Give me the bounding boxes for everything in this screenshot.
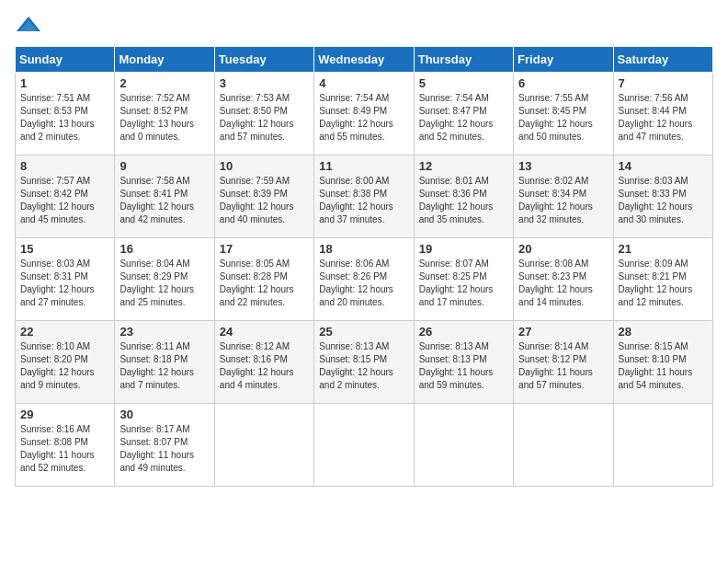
calendar-day-cell: 12Sunrise: 8:01 AM Sunset: 8:36 PM Dayli… xyxy=(414,155,513,238)
day-number: 22 xyxy=(20,325,109,339)
day-number: 24 xyxy=(220,325,309,339)
day-number: 13 xyxy=(518,159,608,173)
day-info: Sunrise: 8:17 AM Sunset: 8:07 PM Dayligh… xyxy=(119,423,209,475)
calendar-week-row: 15Sunrise: 8:03 AM Sunset: 8:31 PM Dayli… xyxy=(16,238,713,321)
calendar-day-cell: 6Sunrise: 7:55 AM Sunset: 8:45 PM Daylig… xyxy=(514,73,613,155)
day-number: 19 xyxy=(419,242,508,256)
calendar-day-cell xyxy=(214,404,313,487)
calendar-day-cell: 14Sunrise: 8:03 AM Sunset: 8:33 PM Dayli… xyxy=(613,155,712,238)
day-number: 11 xyxy=(319,159,408,173)
day-number: 29 xyxy=(20,408,109,421)
day-info: Sunrise: 7:58 AM Sunset: 8:41 PM Dayligh… xyxy=(119,175,209,226)
calendar-day-cell xyxy=(314,404,414,487)
calendar-week-row: 22Sunrise: 8:10 AM Sunset: 8:20 PM Dayli… xyxy=(16,321,713,404)
day-info: Sunrise: 8:14 AM Sunset: 8:12 PM Dayligh… xyxy=(518,340,608,392)
day-info: Sunrise: 8:07 AM Sunset: 8:25 PM Dayligh… xyxy=(419,258,508,309)
day-info: Sunrise: 8:09 AM Sunset: 8:21 PM Dayligh… xyxy=(619,258,708,309)
day-info: Sunrise: 8:04 AM Sunset: 8:29 PM Dayligh… xyxy=(119,258,209,309)
calendar-day-cell: 28Sunrise: 8:15 AM Sunset: 8:10 PM Dayli… xyxy=(613,321,712,404)
day-info: Sunrise: 7:53 AM Sunset: 8:50 PM Dayligh… xyxy=(220,92,309,144)
day-number: 15 xyxy=(20,242,109,256)
day-info: Sunrise: 7:56 AM Sunset: 8:44 PM Dayligh… xyxy=(619,92,708,144)
day-info: Sunrise: 8:13 AM Sunset: 8:13 PM Dayligh… xyxy=(419,340,508,392)
day-info: Sunrise: 8:00 AM Sunset: 8:38 PM Dayligh… xyxy=(319,175,408,226)
calendar-day-cell: 21Sunrise: 8:09 AM Sunset: 8:21 PM Dayli… xyxy=(613,238,712,321)
calendar-day-cell: 17Sunrise: 8:05 AM Sunset: 8:28 PM Dayli… xyxy=(214,238,313,321)
header xyxy=(15,15,713,37)
day-info: Sunrise: 7:54 AM Sunset: 8:49 PM Dayligh… xyxy=(319,92,408,144)
day-number: 12 xyxy=(419,159,508,173)
logo-icon xyxy=(15,15,42,37)
day-number: 17 xyxy=(220,242,309,256)
calendar-day-cell xyxy=(613,404,712,487)
col-wednesday: Wednesday xyxy=(314,47,414,73)
day-info: Sunrise: 8:16 AM Sunset: 8:08 PM Dayligh… xyxy=(20,423,109,475)
day-info: Sunrise: 8:12 AM Sunset: 8:16 PM Dayligh… xyxy=(220,340,309,392)
calendar-day-cell: 5Sunrise: 7:54 AM Sunset: 8:47 PM Daylig… xyxy=(414,73,513,155)
calendar-week-row: 1Sunrise: 7:51 AM Sunset: 8:53 PM Daylig… xyxy=(16,73,713,155)
day-number: 1 xyxy=(20,76,109,90)
day-number: 28 xyxy=(619,325,708,339)
col-friday: Friday xyxy=(514,47,613,73)
day-number: 6 xyxy=(518,76,608,90)
day-number: 10 xyxy=(220,159,309,173)
day-number: 7 xyxy=(619,76,708,90)
day-info: Sunrise: 7:55 AM Sunset: 8:45 PM Dayligh… xyxy=(518,92,608,144)
day-info: Sunrise: 8:10 AM Sunset: 8:20 PM Dayligh… xyxy=(20,340,109,392)
calendar-day-cell: 11Sunrise: 8:00 AM Sunset: 8:38 PM Dayli… xyxy=(314,155,414,238)
calendar-table: Sunday Monday Tuesday Wednesday Thursday… xyxy=(15,46,713,487)
calendar-day-cell xyxy=(514,404,613,487)
day-number: 9 xyxy=(119,159,209,173)
logo xyxy=(15,15,46,37)
calendar-day-cell: 3Sunrise: 7:53 AM Sunset: 8:50 PM Daylig… xyxy=(214,73,313,155)
calendar-day-cell: 20Sunrise: 8:08 AM Sunset: 8:23 PM Dayli… xyxy=(514,238,613,321)
day-number: 23 xyxy=(119,325,209,339)
calendar-week-row: 29Sunrise: 8:16 AM Sunset: 8:08 PM Dayli… xyxy=(16,404,713,487)
col-tuesday: Tuesday xyxy=(214,47,313,73)
day-info: Sunrise: 8:06 AM Sunset: 8:26 PM Dayligh… xyxy=(319,258,408,309)
calendar-day-cell: 22Sunrise: 8:10 AM Sunset: 8:20 PM Dayli… xyxy=(16,321,115,404)
calendar-day-cell: 23Sunrise: 8:11 AM Sunset: 8:18 PM Dayli… xyxy=(115,321,214,404)
day-info: Sunrise: 8:03 AM Sunset: 8:31 PM Dayligh… xyxy=(20,258,109,309)
calendar-day-cell: 27Sunrise: 8:14 AM Sunset: 8:12 PM Dayli… xyxy=(514,321,613,404)
col-saturday: Saturday xyxy=(613,47,712,73)
calendar-day-cell: 9Sunrise: 7:58 AM Sunset: 8:41 PM Daylig… xyxy=(115,155,214,238)
day-number: 20 xyxy=(518,242,608,256)
day-info: Sunrise: 8:15 AM Sunset: 8:10 PM Dayligh… xyxy=(619,340,708,392)
calendar-day-cell: 26Sunrise: 8:13 AM Sunset: 8:13 PM Dayli… xyxy=(414,321,513,404)
day-info: Sunrise: 7:51 AM Sunset: 8:53 PM Dayligh… xyxy=(20,92,109,144)
header-row: Sunday Monday Tuesday Wednesday Thursday… xyxy=(16,47,713,73)
day-number: 16 xyxy=(119,242,209,256)
day-number: 5 xyxy=(419,76,508,90)
day-info: Sunrise: 8:05 AM Sunset: 8:28 PM Dayligh… xyxy=(220,258,309,309)
day-info: Sunrise: 7:52 AM Sunset: 8:52 PM Dayligh… xyxy=(119,92,209,144)
calendar-day-cell: 18Sunrise: 8:06 AM Sunset: 8:26 PM Dayli… xyxy=(314,238,414,321)
calendar-week-row: 8Sunrise: 7:57 AM Sunset: 8:42 PM Daylig… xyxy=(16,155,713,238)
day-info: Sunrise: 8:13 AM Sunset: 8:15 PM Dayligh… xyxy=(319,340,408,392)
calendar-day-cell: 7Sunrise: 7:56 AM Sunset: 8:44 PM Daylig… xyxy=(613,73,712,155)
calendar-day-cell: 1Sunrise: 7:51 AM Sunset: 8:53 PM Daylig… xyxy=(16,73,115,155)
day-number: 4 xyxy=(319,76,408,90)
day-info: Sunrise: 7:54 AM Sunset: 8:47 PM Dayligh… xyxy=(419,92,508,144)
day-number: 30 xyxy=(119,408,209,421)
calendar-day-cell: 4Sunrise: 7:54 AM Sunset: 8:49 PM Daylig… xyxy=(314,73,414,155)
col-sunday: Sunday xyxy=(16,47,115,73)
calendar-day-cell: 8Sunrise: 7:57 AM Sunset: 8:42 PM Daylig… xyxy=(16,155,115,238)
day-number: 14 xyxy=(619,159,708,173)
day-number: 26 xyxy=(419,325,508,339)
col-thursday: Thursday xyxy=(414,47,513,73)
day-info: Sunrise: 8:11 AM Sunset: 8:18 PM Dayligh… xyxy=(119,340,209,392)
day-number: 18 xyxy=(319,242,408,256)
calendar-day-cell: 10Sunrise: 7:59 AM Sunset: 8:39 PM Dayli… xyxy=(214,155,313,238)
day-number: 2 xyxy=(119,76,209,90)
day-number: 25 xyxy=(319,325,408,339)
calendar-day-cell: 25Sunrise: 8:13 AM Sunset: 8:15 PM Dayli… xyxy=(314,321,414,404)
day-info: Sunrise: 7:59 AM Sunset: 8:39 PM Dayligh… xyxy=(220,175,309,226)
day-info: Sunrise: 8:01 AM Sunset: 8:36 PM Dayligh… xyxy=(419,175,508,226)
calendar-day-cell: 16Sunrise: 8:04 AM Sunset: 8:29 PM Dayli… xyxy=(115,238,214,321)
calendar-day-cell: 19Sunrise: 8:07 AM Sunset: 8:25 PM Dayli… xyxy=(414,238,513,321)
day-number: 8 xyxy=(20,159,109,173)
day-info: Sunrise: 8:02 AM Sunset: 8:34 PM Dayligh… xyxy=(518,175,608,226)
calendar-day-cell: 29Sunrise: 8:16 AM Sunset: 8:08 PM Dayli… xyxy=(16,404,115,487)
calendar-day-cell: 2Sunrise: 7:52 AM Sunset: 8:52 PM Daylig… xyxy=(115,73,214,155)
